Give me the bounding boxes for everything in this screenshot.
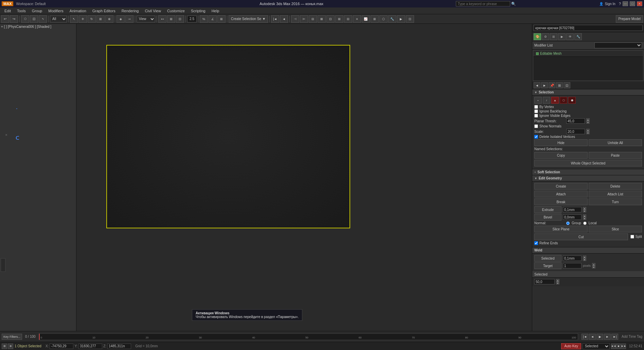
- filter-select[interactable]: All: [50, 16, 67, 22]
- bevel-down[interactable]: ▼: [583, 217, 586, 220]
- lasso-select-button[interactable]: ∿: [39, 15, 47, 23]
- timeline-track[interactable]: 0 10 20 30 40 50 60 70 80 90 100: [39, 333, 578, 340]
- planar-thresh-up[interactable]: ▲: [586, 118, 590, 121]
- minimize-button[interactable]: —: [623, 1, 628, 6]
- help-icon[interactable]: ?: [619, 2, 621, 6]
- cut-button[interactable]: Cut: [534, 233, 628, 240]
- bottom-value-input[interactable]: [534, 279, 555, 284]
- align-camera-button[interactable]: ⊞: [335, 15, 343, 23]
- tab-color-icon[interactable]: 🎨: [534, 33, 541, 40]
- menu-edit[interactable]: Edit: [2, 8, 14, 14]
- soft-selection-header[interactable]: + Soft Selection: [532, 169, 644, 175]
- weld-target-up[interactable]: ▲: [592, 263, 595, 266]
- x-coord-input[interactable]: [50, 344, 73, 349]
- key-filters-button[interactable]: Key Filters...: [2, 334, 22, 340]
- normal-group-radio[interactable]: [566, 222, 570, 225]
- delete-button[interactable]: Delete: [589, 183, 642, 190]
- scale-down[interactable]: ▼: [586, 132, 590, 134]
- editable-mesh-item[interactable]: Editable Mesh: [533, 51, 643, 57]
- y-coord-input[interactable]: [78, 344, 102, 349]
- show-normals-checkbox[interactable]: [534, 124, 538, 128]
- create-button[interactable]: Create: [534, 183, 588, 190]
- turn-button[interactable]: Turn: [589, 198, 642, 205]
- prev-frame-button[interactable]: ◄: [280, 15, 288, 23]
- snap-icon[interactable]: ⊕: [8, 344, 13, 349]
- track-view-button[interactable]: 📈: [362, 15, 370, 23]
- ignore-visible-checkbox[interactable]: [534, 114, 538, 118]
- bevel-up[interactable]: ▲: [583, 214, 586, 217]
- grid-icon[interactable]: ⊞: [2, 344, 7, 349]
- signin-label[interactable]: Sign In: [605, 2, 615, 6]
- select-object-button[interactable]: ⬡: [21, 15, 29, 23]
- tab-utilities-icon[interactable]: 🔧: [574, 33, 582, 40]
- scale-up[interactable]: ▲: [586, 129, 590, 132]
- selection-section-header[interactable]: ▼ Selection: [532, 89, 644, 95]
- coord-system-button[interactable]: ◈: [117, 15, 125, 23]
- paste-button[interactable]: Paste: [589, 152, 642, 159]
- whole-object-button[interactable]: Whole Object Selected: [534, 160, 642, 167]
- slice-button[interactable]: Slice: [589, 226, 642, 232]
- layer-manager-button[interactable]: ≡: [353, 15, 361, 23]
- scale-button[interactable]: ⊞: [96, 15, 105, 23]
- planar-thresh-input[interactable]: [566, 118, 585, 124]
- modifier-dropdown[interactable]: [594, 42, 642, 48]
- extrude-down[interactable]: ▼: [583, 210, 586, 212]
- material-editor-button[interactable]: ⬡: [379, 15, 388, 23]
- hide-button[interactable]: Hide: [534, 139, 588, 146]
- edit-geometry-header[interactable]: ▼ Edit Geometry: [532, 175, 644, 181]
- tab-copy[interactable]: ⊞: [556, 82, 563, 88]
- break-button[interactable]: Break: [534, 198, 588, 205]
- menu-scripting[interactable]: Scripting: [188, 8, 208, 14]
- named-sel-sets-button[interactable]: |◄: [271, 15, 279, 23]
- selected-dropdown[interactable]: Selected: [583, 343, 610, 349]
- delete-isolated-checkbox[interactable]: [534, 135, 538, 139]
- bevel-button[interactable]: Bevel: [534, 214, 561, 221]
- next-key-button[interactable]: ►|: [611, 334, 618, 340]
- menu-tools[interactable]: Tools: [14, 8, 29, 14]
- menu-civil-view[interactable]: Civil View: [142, 8, 163, 14]
- schematic-view-button[interactable]: ⊞: [371, 15, 379, 23]
- sel-poly-icon[interactable]: ⬡: [560, 97, 567, 104]
- bottom-play-stop[interactable]: ■: [616, 344, 621, 349]
- menu-modifiers[interactable]: Modifiers: [46, 8, 66, 14]
- select-region-button[interactable]: ⊡: [30, 15, 38, 23]
- extrude-up[interactable]: ▲: [583, 207, 586, 210]
- snap-options-button[interactable]: ⊡: [176, 15, 184, 23]
- bottom-up[interactable]: ▲: [556, 279, 559, 282]
- menu-animation[interactable]: Animation: [67, 8, 89, 14]
- object-name-input[interactable]: [534, 25, 643, 31]
- attach-button[interactable]: Attach: [534, 191, 588, 197]
- sel-vertex-icon[interactable]: •: [534, 97, 542, 104]
- tab-configure[interactable]: ⊡: [564, 82, 570, 88]
- render-frame-button[interactable]: ▶: [397, 15, 405, 23]
- z-coord-input[interactable]: [107, 344, 131, 349]
- sel-edge-icon[interactable]: /: [543, 97, 550, 104]
- weld-target-input[interactable]: [563, 263, 582, 268]
- select-button[interactable]: ↖: [70, 15, 78, 23]
- refine-ends-checkbox[interactable]: [534, 241, 538, 245]
- copy-button[interactable]: Copy: [534, 152, 588, 159]
- tab-display-icon[interactable]: 👁: [566, 33, 574, 40]
- by-vertex-checkbox[interactable]: [534, 105, 538, 109]
- planar-thresh-down[interactable]: ▼: [586, 121, 590, 124]
- create-selection-button[interactable]: Create Selection Se ▼: [229, 15, 268, 23]
- tab-arrow-right[interactable]: ►: [541, 82, 548, 88]
- angle-snap-button[interactable]: ∠: [209, 15, 217, 23]
- prev-frame-button2[interactable]: ◄: [589, 334, 596, 340]
- render-button[interactable]: ⊡: [406, 15, 414, 23]
- render-setup-button[interactable]: 🔧: [388, 15, 396, 23]
- extrude-input[interactable]: [563, 207, 582, 212]
- tab-motion-icon[interactable]: ▶: [558, 33, 566, 40]
- close-button[interactable]: ✕: [637, 1, 642, 6]
- ignore-backfacing-checkbox[interactable]: [534, 109, 538, 113]
- reference-coord-button[interactable]: ⊸: [125, 15, 133, 23]
- weld-selected-up[interactable]: ▲: [583, 256, 586, 258]
- extrude-button[interactable]: Extrude: [534, 206, 561, 213]
- sel-element-icon[interactable]: ⬟: [568, 97, 576, 104]
- bottom-play-next[interactable]: ►►: [621, 344, 626, 349]
- normal-align-button[interactable]: ⊠: [318, 15, 326, 23]
- normal-local-radio[interactable]: [583, 222, 587, 225]
- weld-selected-input[interactable]: [563, 256, 582, 261]
- unhide-all-button[interactable]: Unhide All: [589, 139, 642, 146]
- snap-value-input[interactable]: [187, 16, 197, 22]
